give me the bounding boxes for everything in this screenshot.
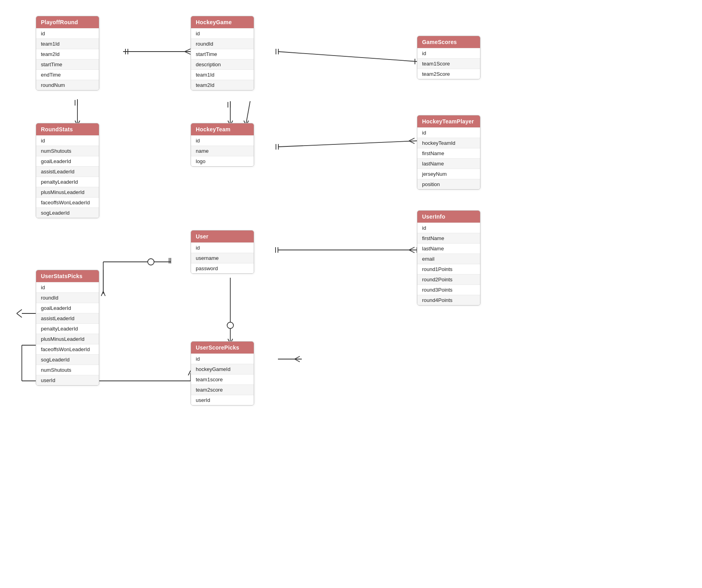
table-row: id: [36, 282, 99, 292]
table-row: email: [417, 254, 480, 264]
table-row: team2score: [191, 384, 254, 395]
svg-line-27: [409, 141, 415, 144]
table-row: logo: [191, 156, 254, 166]
table-row: numShutouts: [36, 365, 99, 375]
svg-line-32: [409, 250, 415, 253]
svg-line-37: [101, 291, 103, 296]
table-hockeyteamplayer: HockeyTeamPlayeridhockeyTeamIdfirstNamel…: [417, 115, 480, 190]
table-row: id: [417, 223, 480, 233]
svg-line-2: [185, 52, 191, 54]
table-row: faceoffsWonLeaderId: [36, 197, 99, 208]
table-header-roundstats: RoundStats: [36, 123, 99, 135]
connectors-svg: [0, 0, 702, 588]
table-row: team1Score: [417, 58, 480, 69]
table-userinfo: UserInfoidfirstNamelastNameemailround1Po…: [417, 210, 480, 306]
svg-line-20: [246, 101, 250, 123]
table-gamescores: GameScoresidteam1Scoreteam2Score: [417, 36, 480, 79]
table-row: startTime: [36, 59, 99, 69]
table-row: goalLeaderId: [36, 156, 99, 166]
table-header-userinfo: UserInfo: [417, 211, 480, 223]
table-row: id: [36, 135, 99, 146]
table-row: userId: [191, 395, 254, 405]
table-row: team1score: [191, 374, 254, 384]
table-row: firstName: [417, 233, 480, 243]
table-roundstats: RoundStatsidnumShutoutsgoalLeaderIdassis…: [36, 123, 99, 218]
table-hockeyteam: HockeyTeamidnamelogo: [191, 123, 254, 167]
table-row: lastName: [417, 243, 480, 254]
svg-line-45: [17, 309, 22, 313]
svg-line-46: [17, 313, 22, 317]
table-header-playoffround: PlayoffRound: [36, 16, 99, 28]
table-row: id: [191, 135, 254, 146]
table-header-user: User: [191, 231, 254, 242]
table-row: plusMinusLeaderId: [36, 187, 99, 197]
svg-line-53: [295, 356, 300, 359]
svg-line-5: [278, 52, 417, 61]
table-playoffround: PlayoffRoundidteam1Idteam2IdstartTimeend…: [36, 16, 99, 90]
table-row: id: [191, 354, 254, 364]
table-header-userstatspicks: UserStatsPicks: [36, 270, 99, 282]
table-row: position: [417, 179, 480, 189]
table-row: round1Points: [417, 264, 480, 274]
table-row: assistLeaderId: [36, 313, 99, 323]
table-header-gamescores: GameScores: [417, 36, 480, 48]
table-row: username: [191, 253, 254, 263]
table-row: team1Id: [191, 69, 254, 80]
table-row: userId: [36, 375, 99, 385]
table-row: roundId: [36, 292, 99, 303]
table-row: team1Id: [36, 38, 99, 49]
table-row: roundId: [191, 38, 254, 49]
table-row: team2Score: [417, 69, 480, 79]
table-row: numShutouts: [36, 146, 99, 156]
table-row: description: [191, 59, 254, 69]
table-row: firstName: [417, 148, 480, 158]
table-row: id: [191, 242, 254, 253]
table-row: id: [191, 28, 254, 38]
table-row: roundNum: [36, 80, 99, 90]
table-header-hockeyteamplayer: HockeyTeamPlayer: [417, 115, 480, 127]
table-header-userscorepicks: UserScorePicks: [191, 342, 254, 354]
table-hockeygame: HockeyGameidroundIdstartTimedescriptiont…: [191, 16, 254, 90]
svg-line-23: [278, 141, 417, 147]
table-row: team2Id: [191, 80, 254, 90]
table-row: goalLeaderId: [36, 303, 99, 313]
table-row: id: [417, 48, 480, 58]
table-row: name: [191, 146, 254, 156]
svg-point-48: [227, 322, 233, 329]
table-row: assistLeaderId: [36, 166, 99, 177]
table-header-hockeygame: HockeyGame: [191, 16, 254, 28]
table-row: hockeyTeamId: [417, 138, 480, 148]
table-row: startTime: [191, 49, 254, 59]
table-row: penaltyLeaderId: [36, 323, 99, 334]
svg-line-54: [295, 359, 300, 362]
table-row: round4Points: [417, 295, 480, 305]
table-row: hockeyGameId: [191, 364, 254, 374]
table-row: jerseyNum: [417, 169, 480, 179]
svg-line-31: [409, 247, 415, 250]
table-row: lastName: [417, 158, 480, 169]
table-row: id: [417, 127, 480, 138]
table-header-hockeyteam: HockeyTeam: [191, 123, 254, 135]
table-row: password: [191, 263, 254, 273]
svg-point-34: [148, 259, 154, 265]
table-row: endTime: [36, 69, 99, 80]
table-row: sogLeaderId: [36, 208, 99, 218]
svg-line-38: [103, 291, 105, 296]
table-row: round3Points: [417, 284, 480, 295]
svg-line-26: [409, 138, 415, 141]
table-userscorepicks: UserScorePicksidhockeyGameIdteam1scorete…: [191, 341, 254, 405]
diagram-canvas: PlayoffRoundidteam1Idteam2IdstartTimeend…: [0, 0, 702, 588]
table-userstatspicks: UserStatsPicksidroundIdgoalLeaderIdassis…: [36, 270, 99, 386]
table-row: round2Points: [417, 274, 480, 284]
table-row: sogLeaderId: [36, 354, 99, 365]
table-row: penaltyLeaderId: [36, 177, 99, 187]
table-row: faceoffsWonLeaderId: [36, 344, 99, 354]
table-user: Useridusernamepassword: [191, 230, 254, 274]
table-row: plusMinusLeaderId: [36, 334, 99, 344]
svg-line-1: [185, 49, 191, 52]
table-row: team2Id: [36, 49, 99, 59]
table-row: id: [36, 28, 99, 38]
